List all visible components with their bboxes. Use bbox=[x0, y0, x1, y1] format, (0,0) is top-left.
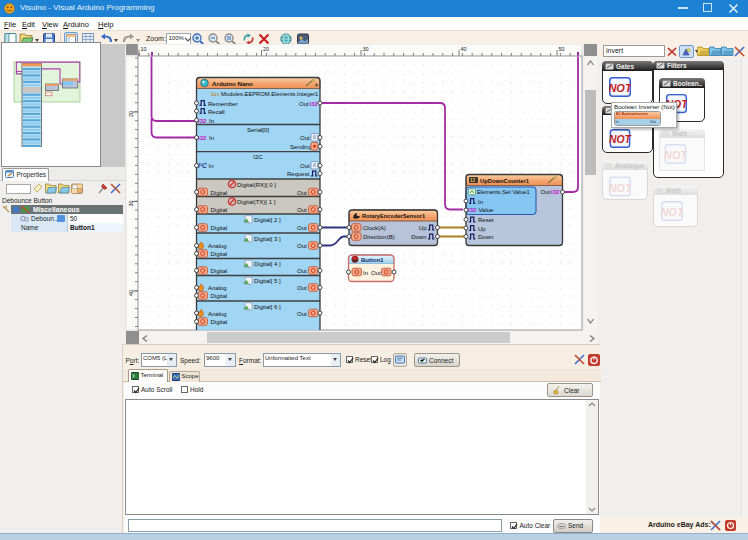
svg-text:Digital(RX)[ 0 ]: Digital(RX)[ 0 ] bbox=[237, 182, 276, 188]
svg-text:Out: Out bbox=[371, 270, 381, 276]
svg-text:Out: Out bbox=[300, 135, 310, 141]
svg-text:I32: I32 bbox=[198, 118, 207, 124]
svg-text:Digital: Digital bbox=[211, 319, 228, 325]
svg-text:I32: I32 bbox=[198, 135, 207, 141]
svg-text:Sending: Sending bbox=[290, 144, 312, 150]
svg-text:UpDownCounter1: UpDownCounter1 bbox=[480, 178, 530, 184]
svg-text:Digital: Digital bbox=[211, 268, 228, 274]
svg-text:10: 10 bbox=[141, 46, 147, 52]
svg-text:Up: Up bbox=[419, 225, 427, 231]
svg-text:Out: Out bbox=[541, 189, 551, 195]
svg-text:In: In bbox=[209, 118, 214, 124]
svg-text:Down: Down bbox=[478, 234, 493, 240]
svg-text:Recall: Recall bbox=[208, 109, 225, 115]
svg-text:Button1: Button1 bbox=[361, 257, 384, 263]
svg-text:Out: Out bbox=[297, 190, 307, 196]
svg-text:50: 50 bbox=[559, 46, 565, 52]
svg-text:NOT: NOT bbox=[609, 134, 632, 145]
svg-text:Remember: Remember bbox=[208, 101, 238, 107]
svg-text:In: In bbox=[209, 135, 214, 141]
svg-text:Serial[0]: Serial[0] bbox=[247, 127, 269, 133]
svg-text:Out: Out bbox=[297, 207, 307, 213]
svg-text:I2C: I2C bbox=[253, 154, 263, 160]
svg-text:Direction(B): Direction(B) bbox=[363, 234, 395, 240]
svg-text:Up: Up bbox=[478, 226, 486, 232]
svg-text:Out: Out bbox=[299, 101, 309, 107]
svg-text:Digital: Digital bbox=[211, 293, 228, 299]
svg-text:Down: Down bbox=[411, 234, 426, 240]
svg-text:40: 40 bbox=[128, 290, 134, 296]
svg-text:Out: Out bbox=[297, 285, 307, 291]
svg-text:I32: I32 bbox=[551, 189, 560, 195]
svg-text:Analog: Analog bbox=[208, 311, 227, 317]
svg-text:Digital[ 3 ]: Digital[ 3 ] bbox=[254, 236, 281, 242]
svg-text:Out: Out bbox=[297, 311, 307, 317]
svg-text:Analog: Analog bbox=[208, 243, 227, 249]
svg-text:NOT: NOT bbox=[664, 149, 687, 161]
svg-text:Out: Out bbox=[297, 243, 307, 249]
svg-text:Value: Value bbox=[479, 207, 495, 213]
svg-text:3: 3 bbox=[217, 93, 219, 97]
svg-text:Digital[ 2 ]: Digital[ 2 ] bbox=[254, 217, 281, 223]
svg-text:Digital: Digital bbox=[211, 251, 228, 257]
svg-text:Digital(TX)[ 1 ]: Digital(TX)[ 1 ] bbox=[237, 199, 276, 205]
svg-text:20: 20 bbox=[263, 46, 269, 52]
svg-text:Digital: Digital bbox=[211, 207, 228, 213]
svg-text:In: In bbox=[209, 163, 214, 169]
svg-text:Clock(A): Clock(A) bbox=[363, 225, 386, 231]
svg-text:I32: I32 bbox=[468, 207, 477, 213]
svg-text:Request: Request bbox=[287, 171, 310, 177]
svg-text:Out: Out bbox=[297, 225, 307, 231]
svg-text:I32: I32 bbox=[310, 101, 319, 107]
svg-text:30: 30 bbox=[128, 200, 134, 206]
svg-text:Elements.Set Value1: Elements.Set Value1 bbox=[477, 189, 530, 195]
svg-text:Analog: Analog bbox=[208, 285, 227, 291]
svg-text:30: 30 bbox=[363, 46, 369, 52]
svg-text:Digital: Digital bbox=[211, 225, 228, 231]
svg-text:NOT: NOT bbox=[661, 206, 683, 218]
svg-text:Digital[ 5 ]: Digital[ 5 ] bbox=[254, 278, 281, 284]
svg-text:Arduino Nano: Arduino Nano bbox=[212, 80, 253, 87]
svg-text:NOT: NOT bbox=[609, 82, 631, 94]
svg-text:Modules.EEPROM.Elements.Intege: Modules.EEPROM.Elements.Integer1 bbox=[221, 91, 318, 97]
svg-text:Reset: Reset bbox=[478, 217, 494, 223]
svg-text:Digital[ 6 ]: Digital[ 6 ] bbox=[254, 304, 281, 310]
svg-text:In: In bbox=[478, 199, 483, 205]
svg-text:RotaryEncoderSensor1: RotaryEncoderSensor1 bbox=[362, 213, 425, 219]
svg-text:Out: Out bbox=[297, 268, 307, 274]
svg-text:I²C: I²C bbox=[198, 162, 207, 169]
svg-text:40: 40 bbox=[461, 46, 467, 52]
svg-text:In: In bbox=[363, 270, 368, 276]
svg-text:Digital: Digital bbox=[211, 190, 228, 196]
svg-text:NOT: NOT bbox=[609, 182, 631, 194]
svg-text:Digital[ 4 ]: Digital[ 4 ] bbox=[254, 261, 281, 267]
svg-text:12: 12 bbox=[470, 178, 476, 183]
svg-text:Out: Out bbox=[300, 163, 310, 169]
svg-text:20: 20 bbox=[128, 111, 134, 117]
